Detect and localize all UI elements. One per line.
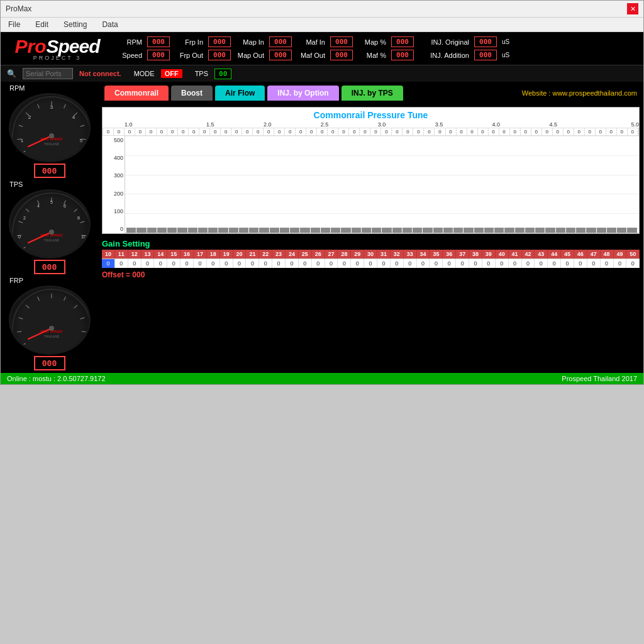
gain-value-cell[interactable]: 0: [246, 258, 259, 268]
gain-value-cell[interactable]: 0: [312, 258, 325, 268]
gain-value-cell[interactable]: 0: [601, 258, 614, 268]
gain-value-cell[interactable]: 0: [469, 258, 482, 268]
chart-data-cell[interactable]: 0: [285, 128, 296, 135]
close-button[interactable]: ✕: [627, 3, 638, 14]
chart-data-cell[interactable]: 0: [478, 128, 489, 135]
gain-value-cell[interactable]: 0: [142, 258, 155, 268]
chart-data-cell[interactable]: 0: [370, 128, 381, 135]
tab-inj-tps[interactable]: INJ. by TPS: [341, 86, 403, 101]
gain-value-cell[interactable]: 0: [167, 258, 180, 268]
gain-value-cell[interactable]: 0: [194, 258, 207, 268]
chart-data-cell[interactable]: 0: [596, 128, 606, 135]
gain-value-cell[interactable]: 0: [443, 258, 456, 268]
chart-data-cell[interactable]: 0: [306, 128, 317, 135]
tab-inj-option[interactable]: INJ. by Option: [267, 86, 338, 101]
gain-value-cell[interactable]: 0: [220, 258, 233, 268]
menu-data[interactable]: Data: [99, 19, 120, 30]
chart-data-cell[interactable]: 0: [103, 128, 114, 135]
chart-data-cell[interactable]: 0: [510, 128, 521, 135]
gain-value-cell[interactable]: 0: [180, 258, 194, 268]
chart-data-cell[interactable]: 0: [125, 128, 135, 135]
gain-value-cell[interactable]: 0: [548, 258, 561, 268]
gain-value-cell[interactable]: 0: [102, 258, 115, 268]
chart-data-cell[interactable]: 0: [585, 128, 596, 135]
chart-data-cell[interactable]: 0: [542, 128, 553, 135]
gain-value-cell[interactable]: 0: [338, 258, 351, 268]
chart-data-cell[interactable]: 0: [617, 128, 628, 135]
gain-value-cell[interactable]: 0: [299, 258, 312, 268]
chart-data-cell[interactable]: 0: [381, 128, 392, 135]
tab-boost[interactable]: Boost: [171, 86, 213, 101]
chart-data-cell[interactable]: 0: [135, 128, 146, 135]
chart-data-cell[interactable]: 0: [360, 128, 370, 135]
chart-data-cell[interactable]: 0: [606, 128, 617, 135]
gain-value-cell[interactable]: 0: [364, 258, 377, 268]
gain-value-cell[interactable]: 0: [626, 258, 640, 268]
gain-value-cell[interactable]: 0: [614, 258, 627, 268]
chart-data-cell[interactable]: 0: [328, 128, 338, 135]
chart-data-cell[interactable]: 0: [521, 128, 531, 135]
chart-data-cell[interactable]: 0: [189, 128, 199, 135]
gain-value-cell[interactable]: 0: [404, 258, 417, 268]
chart-data-cell[interactable]: 0: [392, 128, 402, 135]
menu-file[interactable]: File: [6, 19, 23, 30]
chart-data-cell[interactable]: 0: [467, 128, 478, 135]
gain-value-cell[interactable]: 0: [128, 258, 142, 268]
menu-edit[interactable]: Edit: [33, 19, 51, 30]
gain-value-cell[interactable]: 0: [561, 258, 574, 268]
chart-data-cell[interactable]: 0: [499, 128, 510, 135]
gain-value-cell[interactable]: 0: [259, 258, 272, 268]
gain-value-cell[interactable]: 0: [207, 258, 220, 268]
gain-value-cell[interactable]: 0: [154, 258, 167, 268]
gain-value-cell[interactable]: 0: [325, 258, 338, 268]
serial-ports-input[interactable]: [23, 68, 73, 79]
chart-data-cell[interactable]: 0: [178, 128, 189, 135]
chart-data-cell[interactable]: 0: [264, 128, 274, 135]
gain-value-cell[interactable]: 0: [391, 258, 404, 268]
chart-data-cell[interactable]: 0: [167, 128, 178, 135]
gain-value-cell[interactable]: 0: [509, 258, 522, 268]
chart-data-cell[interactable]: 0: [157, 128, 167, 135]
gain-value-cell[interactable]: 0: [522, 258, 535, 268]
gain-value-cell[interactable]: 0: [377, 258, 391, 268]
gain-value-cell[interactable]: 0: [286, 258, 299, 268]
chart-data-cell[interactable]: 0: [146, 128, 157, 135]
chart-data-cell[interactable]: 0: [628, 128, 638, 135]
gain-value-cell[interactable]: 0: [430, 258, 443, 268]
gain-value-cell[interactable]: 0: [115, 258, 128, 268]
gain-value-cell[interactable]: 0: [482, 258, 496, 268]
gain-value-cell[interactable]: 0: [456, 258, 469, 268]
gain-value-cell[interactable]: 0: [535, 258, 548, 268]
chart-data-cell[interactable]: 0: [199, 128, 210, 135]
gain-value-cell[interactable]: 0: [272, 258, 286, 268]
chart-data-cell[interactable]: 0: [114, 128, 125, 135]
chart-data-cell[interactable]: 0: [553, 128, 564, 135]
chart-data-cell[interactable]: 0: [489, 128, 499, 135]
chart-data-cell[interactable]: 0: [317, 128, 328, 135]
chart-data-cell[interactable]: 0: [457, 128, 467, 135]
chart-data-cell[interactable]: 0: [424, 128, 435, 135]
chart-data-cell[interactable]: 0: [274, 128, 285, 135]
gain-value-cell[interactable]: 0: [496, 258, 509, 268]
chart-data-cell[interactable]: 0: [531, 128, 542, 135]
chart-data-cell[interactable]: 0: [564, 128, 574, 135]
chart-data-cell[interactable]: 0: [221, 128, 231, 135]
chart-data-cell[interactable]: 0: [349, 128, 360, 135]
chart-data-cell[interactable]: 0: [574, 128, 585, 135]
gain-value-cell[interactable]: 0: [417, 258, 430, 268]
chart-data-cell[interactable]: 0: [402, 128, 413, 135]
gain-value-cell[interactable]: 0: [233, 258, 247, 268]
gain-value-cell[interactable]: 0: [587, 258, 601, 268]
chart-data-cell[interactable]: 0: [296, 128, 306, 135]
chart-data-cell[interactable]: 0: [338, 128, 349, 135]
chart-data-cell[interactable]: 0: [253, 128, 264, 135]
chart-data-cell[interactable]: 0: [210, 128, 221, 135]
gain-value-cell[interactable]: 0: [574, 258, 587, 268]
chart-data-cell[interactable]: 0: [446, 128, 457, 135]
tab-commonrail[interactable]: Commonrail: [104, 86, 169, 101]
gain-value-cell[interactable]: 0: [351, 258, 364, 268]
chart-data-cell[interactable]: 0: [242, 128, 253, 135]
tab-airflow[interactable]: Air Flow: [215, 86, 265, 101]
chart-data-cell[interactable]: 0: [435, 128, 445, 135]
chart-data-cell[interactable]: 0: [413, 128, 424, 135]
